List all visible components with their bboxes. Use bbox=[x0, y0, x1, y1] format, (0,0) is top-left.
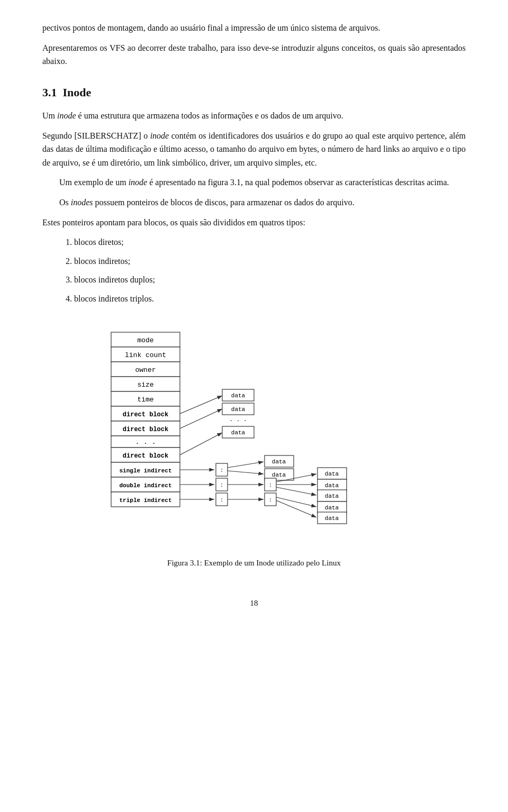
list-item-1: blocos diretos; bbox=[74, 235, 466, 249]
svg-line-24 bbox=[180, 396, 222, 414]
svg-text:link count: link count bbox=[125, 351, 166, 359]
inode-diagram-svg: mode link count owner size time direct b… bbox=[106, 327, 402, 549]
svg-text:data: data bbox=[325, 493, 339, 499]
svg-text:direct block: direct block bbox=[123, 452, 168, 460]
svg-text:direct block: direct block bbox=[123, 411, 168, 418]
paragraph-4: Segundo [SILBERSCHATZ] o inode contém os… bbox=[42, 129, 466, 170]
svg-text:double indirect: double indirect bbox=[119, 482, 171, 489]
svg-text:data: data bbox=[272, 459, 286, 465]
figure-caption: Figura 3.1: Exemplo de um Inode utilizad… bbox=[167, 556, 341, 569]
svg-line-31 bbox=[180, 433, 222, 455]
paragraph-1: pectivos pontos de montagem, dando ao us… bbox=[42, 21, 466, 35]
svg-line-37 bbox=[228, 462, 264, 468]
svg-line-38 bbox=[228, 471, 264, 474]
block-types-list: blocos diretos; blocos indiretos; blocos… bbox=[74, 235, 466, 305]
svg-text:single indirect: single indirect bbox=[119, 468, 171, 474]
svg-line-64 bbox=[276, 497, 316, 507]
list-item-4: blocos indiretos triplos. bbox=[74, 292, 466, 306]
svg-text::: : bbox=[220, 468, 223, 473]
inode-em-2: inode bbox=[129, 178, 148, 187]
paragraph-7: Estes ponteiros apontam para blocos, os … bbox=[42, 216, 466, 230]
svg-text:mode: mode bbox=[137, 336, 153, 344]
paragraph-2: Apresentaremos os VFS ao decorrer deste … bbox=[42, 41, 466, 68]
paragraph-6: Os inodes possuem ponteiros de blocos de… bbox=[42, 196, 466, 209]
svg-line-25 bbox=[180, 409, 222, 428]
svg-text::: : bbox=[269, 482, 272, 488]
svg-text:direct block: direct block bbox=[123, 426, 168, 433]
svg-text:data: data bbox=[325, 505, 339, 511]
figure-3-1: mode link count owner size time direct b… bbox=[42, 327, 466, 576]
svg-line-65 bbox=[276, 500, 316, 517]
paragraph-3: Um inode é uma estrutura que armazena to… bbox=[42, 109, 466, 123]
inode-em-1: inode bbox=[150, 131, 169, 140]
list-item-3: blocos indiretos duplos; bbox=[74, 273, 466, 287]
svg-text:data: data bbox=[231, 406, 246, 413]
paragraph-5: Um exemplo de um inode é apresentado na … bbox=[42, 176, 466, 189]
svg-text:data: data bbox=[272, 472, 286, 478]
svg-text::: : bbox=[220, 497, 223, 503]
svg-text:data: data bbox=[325, 515, 339, 522]
svg-text:owner: owner bbox=[135, 366, 156, 374]
svg-text:time: time bbox=[137, 396, 153, 404]
svg-text::: : bbox=[269, 497, 272, 503]
svg-text:data: data bbox=[231, 430, 246, 436]
svg-text:. . .: . . . bbox=[135, 438, 156, 446]
svg-text:data: data bbox=[325, 471, 339, 477]
inodes-em: inodes bbox=[71, 198, 93, 207]
section-heading: 3.1 Inode bbox=[42, 83, 466, 102]
svg-text:data: data bbox=[231, 393, 246, 399]
page-number: 18 bbox=[42, 597, 466, 609]
svg-text:size: size bbox=[137, 381, 153, 389]
svg-text:data: data bbox=[325, 482, 339, 489]
page-content: pectivos pontos de montagem, dando ao us… bbox=[42, 21, 466, 609]
svg-text:triple indirect: triple indirect bbox=[119, 497, 171, 504]
svg-text::: : bbox=[220, 482, 223, 488]
svg-text:. . .: . . . bbox=[229, 416, 247, 423]
list-item-2: blocos indiretos; bbox=[74, 254, 466, 268]
svg-line-51 bbox=[276, 487, 316, 495]
